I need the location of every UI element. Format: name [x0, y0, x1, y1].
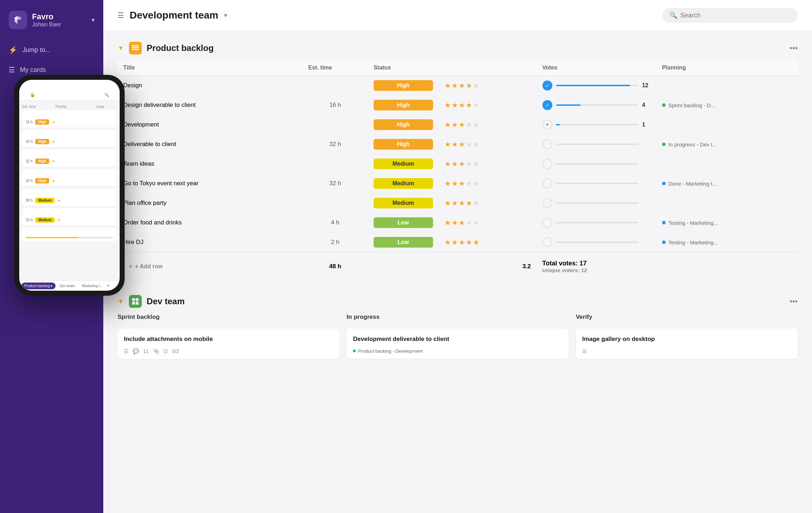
cell-votes[interactable]: [537, 193, 656, 213]
cell-status[interactable]: Low: [368, 213, 439, 233]
star-rating: ★★★★★: [444, 160, 480, 168]
planning-item[interactable]: In progress - Dev t...: [662, 141, 792, 147]
cell-votes[interactable]: ✓ 4: [537, 95, 656, 115]
planning-item[interactable]: Testing - Marketing...: [662, 239, 792, 245]
cell-stars[interactable]: ★★★★★: [439, 135, 537, 154]
vote-slider[interactable]: [556, 124, 639, 125]
phone-card-star: ★: [52, 159, 55, 163]
card-check-icon: ☑: [163, 348, 168, 354]
cell-stars[interactable]: ★★★★★: [439, 213, 537, 233]
vote-circle[interactable]: •: [542, 120, 552, 130]
phone-card: Development 32 h High ★: [22, 149, 117, 167]
search-input[interactable]: [680, 12, 791, 19]
vote-slider[interactable]: [556, 202, 639, 204]
main-content: ☰ Development team ▾ 🔍 ▼ Product backlog: [103, 0, 812, 513]
planning-item[interactable]: Done - Marketing t...: [662, 181, 792, 187]
phone-card: Go to Tokyo event next year 32 h Medium …: [22, 208, 117, 226]
vote-circle[interactable]: [542, 237, 552, 247]
cell-stars[interactable]: ★★★★★: [439, 154, 537, 174]
phone-grid-icon[interactable]: ⊞: [99, 93, 102, 97]
vote-circle[interactable]: [542, 218, 552, 228]
cell-status[interactable]: Medium: [368, 193, 439, 213]
cell-stars[interactable]: ★★★★★: [439, 95, 537, 115]
vote-circle[interactable]: ✓: [542, 81, 552, 90]
phone-card-title: Design: [26, 113, 113, 117]
cell-status[interactable]: Low: [368, 233, 439, 253]
dev-team-section: ▼ Dev team ••• Sprint backlog Inclu: [118, 295, 798, 359]
planning-item[interactable]: Testing - Marketing...: [662, 220, 792, 226]
cell-stars[interactable]: ★★★★★: [439, 76, 537, 95]
dev-col-verify: Verify Image gallery on desktop ☰: [576, 314, 798, 359]
vote-circle[interactable]: ✓: [542, 100, 552, 110]
star-rating: ★★★★★: [444, 199, 480, 207]
cell-votes[interactable]: [537, 174, 656, 193]
sidebar-item-jump-to[interactable]: ⚡ Jump to...: [0, 40, 103, 60]
cell-title[interactable]: Development: [118, 115, 303, 135]
vote-slider[interactable]: [556, 163, 639, 165]
dev-section-collapse-icon[interactable]: ▼: [118, 298, 124, 305]
cell-votes[interactable]: [537, 154, 656, 174]
sidebar-collapse-icon[interactable]: ▾: [92, 16, 95, 24]
phone-search-icon[interactable]: 🔍: [104, 93, 109, 97]
cell-stars[interactable]: ★★★★★: [439, 115, 537, 135]
vote-slider[interactable]: [556, 183, 639, 184]
section-header: ▼ Product backlog •••: [118, 42, 798, 55]
vote-slider[interactable]: [556, 104, 639, 106]
cell-title[interactable]: Design: [118, 76, 303, 95]
planning-label: Testing - Marketing...: [668, 220, 718, 226]
vote-circle[interactable]: [542, 198, 552, 208]
vote-slider[interactable]: [556, 242, 639, 243]
add-row-button[interactable]: + + Add row: [123, 258, 297, 275]
cell-votes[interactable]: [537, 135, 656, 154]
vote-count: 1: [642, 121, 651, 128]
phone-add-tab-button[interactable]: +: [107, 283, 110, 289]
phone-card-badge: High: [35, 178, 49, 183]
vote-circle[interactable]: [542, 159, 552, 169]
cell-title[interactable]: Plan office party: [118, 193, 303, 213]
cell-stars[interactable]: ★★★★★: [439, 193, 537, 213]
cell-title[interactable]: Go to Tokyo event next year: [118, 174, 303, 193]
cell-status[interactable]: Medium: [368, 154, 439, 174]
hamburger-icon[interactable]: ☰: [118, 11, 124, 20]
cell-status[interactable]: High: [368, 95, 439, 115]
cell-votes[interactable]: ✓ 12: [537, 76, 656, 95]
vote-slider[interactable]: [556, 85, 639, 86]
cell-title[interactable]: Deliverable to client: [118, 135, 303, 154]
star-rating: ★★★★★: [444, 238, 480, 246]
cell-title[interactable]: Order food and drinks: [118, 213, 303, 233]
cell-status[interactable]: High: [368, 115, 439, 135]
cell-planning: [656, 76, 798, 95]
phone-more-icon[interactable]: ⋯: [111, 93, 115, 97]
planning-item[interactable]: Sprint backlog - D...: [662, 102, 792, 108]
cell-votes[interactable]: [537, 213, 656, 233]
cell-votes[interactable]: [537, 233, 656, 253]
planning-label: Done - Marketing t...: [668, 181, 717, 187]
cell-planning: Testing - Marketing...: [656, 233, 798, 253]
cell-title[interactable]: Design deliverable to client: [118, 95, 303, 115]
phone-tab-product-backlog[interactable]: Product backlog ▾: [21, 283, 56, 289]
cell-title[interactable]: Hire DJ: [118, 233, 303, 253]
cell-status[interactable]: High: [368, 135, 439, 154]
dev-section-more-icon[interactable]: •••: [790, 297, 798, 306]
phone-card-title: Team ideas: [26, 191, 113, 196]
cell-title[interactable]: Team ideas: [118, 154, 303, 174]
col-header-planning: Planning: [656, 60, 798, 76]
cell-votes[interactable]: • 1: [537, 115, 656, 135]
vote-circle[interactable]: [542, 139, 552, 149]
cell-stars[interactable]: ★★★★★: [439, 233, 537, 253]
card-comment-count: 11: [143, 348, 149, 354]
cell-status[interactable]: High: [368, 76, 439, 95]
section-collapse-icon[interactable]: ▼: [118, 45, 124, 52]
phone-card-meta: 38 h Medium ★: [26, 198, 113, 203]
cell-status[interactable]: Medium: [368, 174, 439, 193]
section-more-icon[interactable]: •••: [790, 43, 798, 53]
phone-tab-marketing[interactable]: Marketing t...: [79, 283, 105, 289]
title-chevron-icon[interactable]: ▾: [224, 11, 227, 19]
cell-stars[interactable]: ★★★★★: [439, 174, 537, 193]
vote-slider[interactable]: [556, 144, 639, 145]
phone-card-meta: 16 h High ★: [26, 139, 113, 144]
vote-slider[interactable]: [556, 222, 639, 223]
svg-rect-1: [132, 47, 139, 48]
vote-circle[interactable]: [542, 178, 552, 188]
phone-tab-dev-team[interactable]: Dev team: [57, 283, 78, 289]
